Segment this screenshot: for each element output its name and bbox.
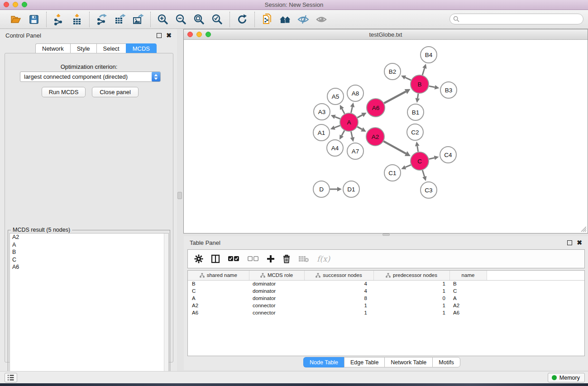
save-session-icon[interactable] — [27, 13, 41, 26]
table-cell[interactable]: A6 — [188, 309, 249, 316]
table-cell[interactable]: C — [449, 287, 487, 295]
col-name[interactable]: name — [449, 271, 487, 280]
graph-edge[interactable] — [351, 107, 352, 113]
tab-select[interactable]: Select — [96, 43, 126, 53]
graph-edge[interactable] — [357, 127, 362, 129]
table-cell[interactable] — [487, 302, 584, 309]
columns-icon[interactable] — [211, 254, 220, 263]
close-table-panel-icon[interactable]: ✖ — [577, 240, 582, 245]
table-row[interactable]: Cdominator41C — [188, 287, 584, 295]
search-box[interactable] — [449, 14, 583, 24]
tab-node-table[interactable]: Node Table — [303, 357, 344, 367]
graph-edge[interactable] — [422, 170, 424, 176]
table-cell[interactable]: B — [188, 280, 249, 287]
memory-button[interactable]: Memory — [548, 373, 585, 382]
table-cell[interactable] — [487, 287, 584, 295]
table-cell[interactable]: dominator — [249, 280, 304, 287]
table-row[interactable]: A6connector11A6 — [188, 309, 584, 316]
table-cell[interactable]: 1 — [304, 309, 373, 316]
mcds-result-item[interactable]: C — [10, 256, 168, 264]
table-row[interactable]: Bdominator41B — [188, 280, 584, 287]
resize-grip-icon[interactable] — [581, 226, 587, 232]
network-canvas[interactable]: B4B2BB3A5A8A6A3AB1A1A2C2A4A7C4CC1DD1C3 — [184, 40, 588, 233]
table-cell[interactable] — [487, 280, 584, 287]
delete-icon[interactable] — [282, 254, 291, 263]
import-table-icon[interactable] — [70, 13, 84, 26]
duplicate-network-icon[interactable] — [260, 13, 274, 26]
graph-edge[interactable] — [405, 165, 411, 167]
table-cell[interactable]: connector — [249, 302, 304, 309]
graph-edge[interactable] — [342, 109, 344, 114]
hide-selected-icon[interactable] — [296, 13, 310, 26]
graph-edge[interactable] — [357, 115, 362, 118]
col-mcds-role[interactable]: MCDS role — [249, 271, 304, 280]
table-cell[interactable]: A — [449, 295, 487, 302]
tab-network-table[interactable]: Network Table — [384, 357, 432, 367]
table-cell[interactable]: 0 — [373, 295, 449, 302]
search-input[interactable] — [459, 16, 573, 22]
table-cell[interactable]: A — [188, 295, 249, 302]
table-cell[interactable]: A2 — [449, 302, 487, 309]
graph-edge[interactable] — [422, 68, 425, 75]
tab-mcds[interactable]: MCDS — [126, 43, 157, 53]
zoom-network-button[interactable] — [206, 32, 211, 37]
col-predecessor-nodes[interactable]: predecessor nodes — [373, 271, 449, 280]
table-cell[interactable]: A2 — [188, 302, 249, 309]
close-window-button[interactable] — [4, 2, 9, 7]
gear-icon[interactable] — [194, 254, 203, 263]
table-cell[interactable]: C — [188, 287, 249, 295]
graph-edge[interactable] — [429, 86, 435, 87]
table-cell[interactable]: 8 — [304, 295, 373, 302]
graph-edge[interactable] — [342, 130, 344, 135]
mcds-result-item[interactable]: A2 — [10, 234, 168, 241]
table-cell[interactable]: 4 — [304, 280, 373, 287]
criterion-dropdown[interactable]: largest connected component (directed) — [20, 71, 161, 82]
refresh-icon[interactable] — [235, 13, 249, 26]
graph-edge[interactable] — [383, 141, 406, 153]
float-table-panel-icon[interactable] — [567, 240, 572, 245]
graph-edge[interactable] — [351, 132, 352, 138]
minimize-network-button[interactable] — [196, 32, 202, 37]
table-cell[interactable]: 1 — [373, 287, 449, 295]
col-successor-nodes[interactable]: successor nodes — [304, 271, 373, 280]
export-image-icon[interactable] — [131, 13, 145, 26]
graph-edge[interactable] — [335, 117, 340, 119]
table-cell[interactable] — [487, 309, 584, 316]
deselect-all-icon[interactable] — [247, 256, 259, 262]
table-cell[interactable]: dominator — [249, 287, 304, 295]
horizontal-splitter-grip[interactable] — [382, 234, 390, 236]
zoom-fit-icon[interactable] — [192, 13, 206, 26]
table-cell[interactable]: 1 — [373, 309, 449, 316]
table-cell[interactable]: B — [449, 280, 487, 287]
task-history-button[interactable] — [5, 373, 17, 382]
mcds-result-list[interactable]: A2ABCA6 — [10, 233, 169, 381]
mcds-result-item[interactable]: B — [10, 248, 168, 256]
table-cell[interactable]: A6 — [449, 309, 487, 316]
table-cell[interactable]: 1 — [304, 302, 373, 309]
minimize-window-button[interactable] — [13, 2, 18, 7]
tab-edge-table[interactable]: Edge Table — [344, 357, 384, 367]
tab-style[interactable]: Style — [70, 43, 96, 53]
zoom-out-icon[interactable] — [174, 13, 188, 26]
table-row[interactable]: A2connector11A2 — [188, 302, 584, 309]
table-cell[interactable] — [487, 295, 584, 302]
col-shared-name[interactable]: shared name — [188, 271, 249, 280]
node-table[interactable]: shared name MCDS role successor nodes pr… — [187, 270, 585, 356]
select-all-icon[interactable] — [228, 256, 239, 262]
table-cell[interactable]: connector — [249, 309, 304, 316]
table-cell[interactable]: dominator — [249, 295, 304, 302]
export-table-icon[interactable] — [113, 13, 127, 26]
table-cell[interactable]: 1 — [373, 302, 449, 309]
float-panel-icon[interactable] — [157, 33, 162, 38]
graph-edge[interactable] — [384, 91, 406, 103]
zoom-window-button[interactable] — [22, 2, 27, 7]
vertical-splitter-grip[interactable] — [177, 192, 182, 199]
table-cell[interactable]: 1 — [373, 280, 449, 287]
graph-edge[interactable] — [429, 158, 434, 159]
home-icon[interactable] — [278, 13, 292, 26]
add-icon[interactable] — [267, 255, 275, 263]
zoom-in-icon[interactable] — [156, 13, 170, 26]
close-panel-button[interactable]: Close panel — [92, 87, 139, 97]
export-network-icon[interactable] — [95, 13, 109, 26]
scrollbar[interactable] — [164, 234, 168, 381]
